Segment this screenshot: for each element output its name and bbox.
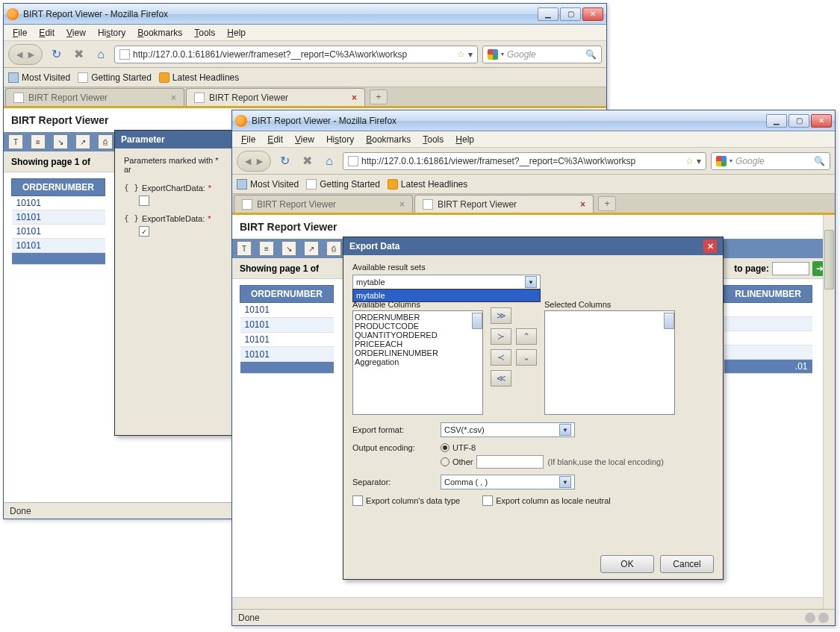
menubar[interactable]: File Edit View History Bookmarks Tools H… bbox=[232, 131, 835, 148]
url-bar[interactable]: http://127.0.0.1:61861/viewer/frameset?_… bbox=[343, 152, 706, 170]
bookmark-star-icon[interactable]: ☆ bbox=[457, 49, 465, 60]
menu-view[interactable]: View bbox=[62, 26, 90, 40]
tab-2[interactable]: BIRT Report Viewer × bbox=[186, 88, 365, 106]
new-tab-button[interactable]: + bbox=[370, 90, 388, 104]
tab-close-icon[interactable]: × bbox=[352, 93, 357, 103]
dialog-close-button[interactable]: ✕ bbox=[703, 240, 717, 253]
bookmark-star-icon[interactable]: ☆ bbox=[685, 156, 694, 166]
url-bar[interactable]: http://127.0.0.1:61861/viewer/frameset?_… bbox=[114, 46, 478, 63]
cancel-button[interactable]: Cancel bbox=[660, 555, 714, 573]
export-icon[interactable]: ↘ bbox=[53, 134, 68, 149]
menu-bookmarks[interactable]: Bookmarks bbox=[361, 133, 415, 146]
add-all-button[interactable]: ≫ bbox=[491, 307, 511, 324]
menu-view[interactable]: View bbox=[290, 133, 319, 146]
menu-history[interactable]: History bbox=[93, 26, 130, 40]
url-dropdown-icon[interactable]: ▾ bbox=[697, 156, 701, 166]
list-item[interactable]: PRODUCTCODE bbox=[355, 322, 481, 331]
toc-icon[interactable]: T bbox=[237, 241, 252, 256]
search-box[interactable]: ▾ Google 🔍 bbox=[711, 152, 830, 170]
search-box[interactable]: ▾ Google 🔍 bbox=[482, 46, 602, 63]
tab-close-icon[interactable]: × bbox=[171, 93, 176, 103]
back-forward-button[interactable]: ◄ ► bbox=[237, 151, 271, 172]
result-set-dropdown[interactable]: mytable ▼ mytable bbox=[352, 275, 541, 290]
menu-file[interactable]: File bbox=[237, 133, 260, 146]
menu-history[interactable]: History bbox=[322, 133, 358, 146]
utf8-radio[interactable] bbox=[441, 443, 449, 452]
export-format-dropdown[interactable]: CSV(*.csv) ▼ bbox=[441, 422, 575, 437]
scrollbar-thumb[interactable] bbox=[664, 313, 674, 329]
tab-1[interactable]: BIRT Report Viewer × bbox=[5, 88, 184, 106]
list-item[interactable]: Aggregation bbox=[355, 357, 481, 366]
export-icon[interactable]: ↘ bbox=[281, 241, 296, 256]
menu-bookmarks[interactable]: Bookmarks bbox=[133, 26, 187, 40]
titlebar-back[interactable]: BIRT Report Viewer - Mozilla Firefox ▁ ▢… bbox=[4, 4, 606, 25]
menu-tools[interactable]: Tools bbox=[418, 133, 448, 146]
titlebar-front[interactable]: BIRT Report Viewer - Mozilla Firefox ▁ ▢… bbox=[232, 110, 835, 131]
vertical-scrollbar[interactable] bbox=[823, 215, 835, 609]
close-button[interactable]: ✕ bbox=[811, 114, 832, 128]
toc-icon[interactable]: T bbox=[8, 134, 23, 149]
stop-button[interactable]: ✖ bbox=[298, 152, 316, 170]
scrollbar-thumb[interactable] bbox=[472, 313, 482, 329]
chart-data-checkbox[interactable] bbox=[139, 195, 149, 206]
search-icon[interactable]: 🔍 bbox=[585, 49, 597, 60]
searchengine-dropdown-icon[interactable]: ▾ bbox=[501, 51, 504, 57]
menubar[interactable]: File Edit View History Bookmarks Tools H… bbox=[4, 25, 606, 41]
menu-edit[interactable]: Edit bbox=[34, 26, 59, 40]
export-locale-checkbox[interactable] bbox=[482, 495, 493, 506]
selected-columns-list[interactable] bbox=[544, 310, 675, 415]
ok-button[interactable]: OK bbox=[600, 555, 654, 573]
other-encoding-input[interactable] bbox=[476, 455, 544, 469]
search-icon[interactable]: 🔍 bbox=[814, 156, 825, 166]
tab-2[interactable]: BIRT Report Viewer × bbox=[414, 195, 594, 213]
tab-close-icon[interactable]: × bbox=[580, 199, 585, 210]
export-datatype-checkbox[interactable] bbox=[352, 495, 363, 506]
move-down-button[interactable]: ⌄ bbox=[516, 349, 537, 366]
dialog-title-bar[interactable]: Export Data ✕ bbox=[343, 237, 723, 255]
list-item[interactable]: QUANTITYORDERED bbox=[355, 331, 481, 340]
separator-dropdown[interactable]: Comma ( , ) ▼ bbox=[441, 475, 575, 489]
menu-help[interactable]: Help bbox=[223, 26, 250, 40]
reload-button[interactable]: ↻ bbox=[47, 46, 65, 63]
url-dropdown-icon[interactable]: ▾ bbox=[468, 49, 473, 60]
minimize-button[interactable]: ▁ bbox=[538, 7, 559, 21]
maximize-button[interactable]: ▢ bbox=[560, 7, 581, 21]
goto-page-input[interactable] bbox=[772, 262, 809, 275]
tab-1[interactable]: BIRT Report Viewer × bbox=[234, 195, 413, 213]
print-icon[interactable]: ⎙ bbox=[326, 241, 341, 256]
stop-button[interactable]: ✖ bbox=[69, 46, 87, 63]
export-report-icon[interactable]: ↗ bbox=[75, 134, 90, 149]
scrollbar-thumb[interactable] bbox=[824, 230, 834, 290]
bookmark-getting-started[interactable]: Getting Started bbox=[306, 179, 380, 190]
export-report-icon[interactable]: ↗ bbox=[304, 241, 319, 256]
bookmark-most-visited[interactable]: Most Visited bbox=[8, 72, 70, 83]
dropdown-item[interactable]: mytable bbox=[353, 290, 540, 301]
remove-all-button[interactable]: ≪ bbox=[491, 370, 511, 387]
back-forward-button[interactable]: ◄ ► bbox=[8, 44, 43, 65]
menu-tools[interactable]: Tools bbox=[190, 26, 220, 40]
minimize-button[interactable]: ▁ bbox=[766, 114, 787, 128]
list-item[interactable]: PRICEEACH bbox=[355, 340, 481, 348]
dialog-title-bar[interactable]: Parameter bbox=[115, 131, 233, 148]
tab-close-icon[interactable]: × bbox=[399, 199, 405, 210]
table-data-checkbox[interactable]: ✓ bbox=[139, 226, 149, 237]
menu-help[interactable]: Help bbox=[451, 133, 479, 146]
reload-button[interactable]: ↻ bbox=[276, 152, 293, 170]
print-icon[interactable]: ⎙ bbox=[98, 134, 113, 149]
bookmark-latest-headlines[interactable]: Latest Headlines bbox=[159, 72, 239, 83]
home-button[interactable]: ⌂ bbox=[92, 46, 110, 63]
add-button[interactable]: ≻ bbox=[491, 328, 511, 345]
close-button[interactable]: ✕ bbox=[582, 7, 603, 21]
menu-file[interactable]: File bbox=[8, 26, 31, 40]
bookmark-latest-headlines[interactable]: Latest Headlines bbox=[388, 179, 467, 190]
maximize-button[interactable]: ▢ bbox=[788, 114, 809, 128]
new-tab-button[interactable]: + bbox=[598, 196, 616, 211]
remove-button[interactable]: ≺ bbox=[491, 349, 511, 366]
searchengine-dropdown-icon[interactable]: ▾ bbox=[729, 157, 732, 164]
bookmark-getting-started[interactable]: Getting Started bbox=[78, 72, 152, 83]
available-columns-list[interactable]: ORDERNUMBER PRODUCTCODE QUANTITYORDERED … bbox=[352, 310, 483, 415]
bookmark-most-visited[interactable]: Most Visited bbox=[237, 179, 299, 190]
home-button[interactable]: ⌂ bbox=[320, 152, 338, 170]
horizontal-scrollbar[interactable] bbox=[232, 597, 823, 609]
list-item[interactable]: ORDERNUMBER bbox=[355, 313, 481, 322]
